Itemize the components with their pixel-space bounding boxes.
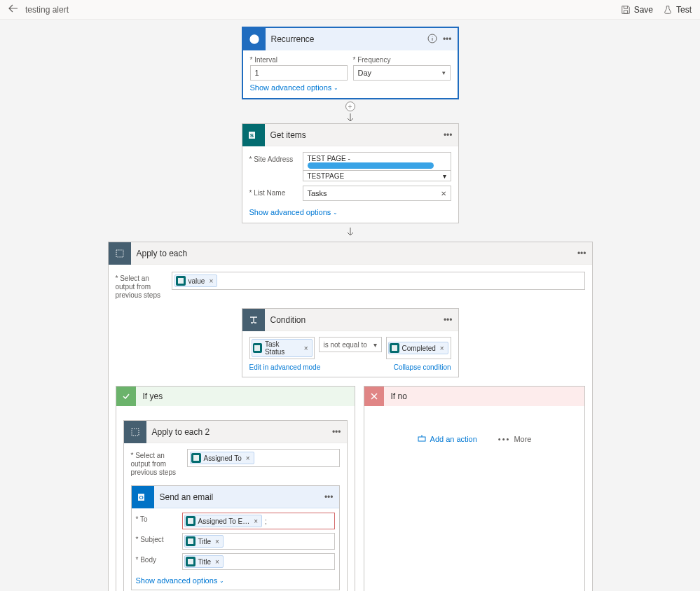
email-show-advanced[interactable]: Show advanced options ⌄	[136, 576, 225, 585]
apply2-select-input[interactable]: Assigned To ×	[187, 449, 340, 467]
svg-rect-9	[193, 455, 199, 461]
condition-operator-select[interactable]: is not equal to ▾	[319, 337, 382, 352]
loop-icon	[109, 242, 131, 265]
email-body-input[interactable]: Title ×	[182, 553, 335, 570]
select-output-label: * Select an output from previous steps	[116, 272, 166, 300]
chevron-down-icon: ⌄	[219, 578, 224, 584]
recurrence-menu-icon[interactable]: •••	[443, 34, 452, 44]
checkmark-icon	[116, 387, 136, 406]
list-name-label: List Name	[249, 186, 298, 197]
apply2-title: Apply to each 2	[146, 427, 332, 437]
svg-rect-4	[116, 250, 123, 257]
edit-advanced-mode-link[interactable]: Edit in advanced mode	[249, 363, 321, 371]
apply-to-each-card: Apply to each ••• * Select an output fro…	[108, 242, 593, 591]
apply2-menu-icon[interactable]: •••	[332, 427, 341, 437]
title-token[interactable]: Title ×	[184, 555, 224, 568]
svg-rect-13	[188, 538, 193, 544]
recurrence-title: Recurrence	[266, 34, 427, 44]
completed-token[interactable]: Completed ×	[388, 342, 448, 354]
email-to-input[interactable]: Assigned To E… × ;	[182, 513, 335, 529]
condition-left-input[interactable]: Task Status ×	[249, 337, 315, 359]
token-remove-icon[interactable]: ×	[209, 277, 213, 285]
back-arrow-icon[interactable]	[8, 4, 18, 15]
assigned-to-email-token[interactable]: Assigned To E… ×	[184, 515, 263, 527]
site-address-input[interactable]: TEST PAGE - TESTPAGE ▾	[303, 152, 451, 181]
save-top-label: Save	[634, 5, 653, 15]
getitems-show-advanced[interactable]: Show advanced options ⌄	[249, 208, 338, 216]
frequency-select[interactable]: Day ▾	[353, 65, 451, 81]
svg-rect-8	[132, 429, 139, 436]
apply-title: Apply to each	[131, 249, 577, 258]
svg-rect-14	[188, 559, 193, 564]
chevron-down-icon: ▾	[442, 69, 446, 76]
token-remove-icon[interactable]: ×	[215, 558, 219, 566]
value-token[interactable]: value ×	[174, 274, 218, 287]
chevron-down-icon: ⌄	[333, 209, 338, 216]
recurrence-show-advanced[interactable]: Show advanced options ⌄	[250, 83, 339, 92]
flow-title: testing alert	[25, 5, 69, 15]
x-icon	[364, 387, 384, 406]
getitems-menu-icon[interactable]: •••	[444, 130, 453, 140]
svg-rect-5	[178, 278, 184, 284]
email-subject-input[interactable]: Title ×	[182, 533, 335, 550]
if-yes-label: If yes	[136, 391, 163, 401]
token-remove-icon[interactable]: ×	[440, 345, 444, 352]
arrow-down-icon	[345, 113, 355, 123]
flow-canvas: Recurrence ••• Interval 1 Frequency	[0, 20, 700, 591]
token-remove-icon[interactable]: ×	[304, 345, 308, 352]
loop-icon	[124, 421, 146, 443]
if-no-branch: If no Add an action ••• More	[364, 386, 585, 591]
task-status-token[interactable]: Task Status ×	[252, 339, 313, 357]
frequency-label: Frequency	[353, 56, 451, 64]
redacted-bar	[308, 162, 434, 169]
svg-rect-12	[188, 518, 193, 524]
apply-to-each-2-card: Apply to each 2 ••• * Select an output f…	[123, 420, 348, 591]
test-top-label: Test	[676, 5, 692, 15]
email-to-label: To	[136, 513, 178, 523]
apply2-select-label: * Select an output from previous steps	[131, 449, 181, 477]
if-yes-branch: If yes Apply to each 2 •••	[116, 386, 355, 591]
svg-text:O: O	[139, 494, 143, 501]
svg-rect-6	[254, 345, 260, 351]
send-email-title: Send an email	[154, 492, 324, 502]
if-no-label: If no	[384, 391, 407, 401]
condition-right-input[interactable]: Completed ×	[386, 337, 451, 359]
svg-rect-7	[392, 345, 397, 351]
interval-label: Interval	[250, 56, 348, 64]
recurrence-icon	[243, 28, 266, 50]
send-email-menu-icon[interactable]: •••	[324, 492, 334, 502]
sharepoint-icon: S	[242, 124, 265, 146]
site-address-label: Site Address	[249, 152, 298, 163]
title-token[interactable]: Title ×	[184, 535, 224, 548]
more-link[interactable]: ••• More	[498, 435, 532, 443]
token-remove-icon[interactable]: ×	[254, 517, 258, 525]
list-name-input[interactable]: Tasks ✕	[303, 186, 451, 201]
getitems-card: S Get items ••• Site Address TEST PAGE -…	[242, 123, 459, 223]
token-remove-icon[interactable]: ×	[215, 538, 219, 545]
test-top-button[interactable]: Test	[663, 5, 692, 15]
add-action-link[interactable]: Add an action	[417, 434, 477, 444]
recurrence-card: Recurrence ••• Interval 1 Frequency	[242, 27, 459, 99]
add-step-plus[interactable]: +	[345, 102, 355, 111]
interval-input[interactable]: 1	[250, 65, 348, 81]
chevron-down-icon: ⌄	[334, 85, 338, 91]
assigned-to-token[interactable]: Assigned To ×	[190, 452, 254, 464]
token-remove-icon[interactable]: ×	[246, 454, 250, 462]
svg-rect-17	[418, 437, 425, 441]
save-top-button[interactable]: Save	[621, 5, 653, 15]
condition-menu-icon[interactable]: •••	[444, 315, 453, 325]
chevron-down-icon: ▾	[373, 341, 377, 349]
chevron-down-icon: ▾	[443, 172, 446, 180]
apply-menu-icon[interactable]: •••	[577, 249, 586, 258]
condition-title: Condition	[265, 315, 444, 325]
select-output-input[interactable]: value ×	[172, 272, 585, 290]
arrow-down-icon	[345, 228, 355, 237]
topbar: testing alert Save Test	[0, 0, 700, 20]
email-subject-label: Subject	[136, 533, 178, 543]
email-body-label: Body	[136, 553, 178, 564]
clear-icon[interactable]: ✕	[441, 190, 446, 197]
collapse-condition-link[interactable]: Collapse condition	[394, 363, 451, 371]
svg-text:S: S	[249, 132, 254, 139]
condition-icon	[242, 309, 265, 331]
info-icon[interactable]	[427, 34, 437, 46]
